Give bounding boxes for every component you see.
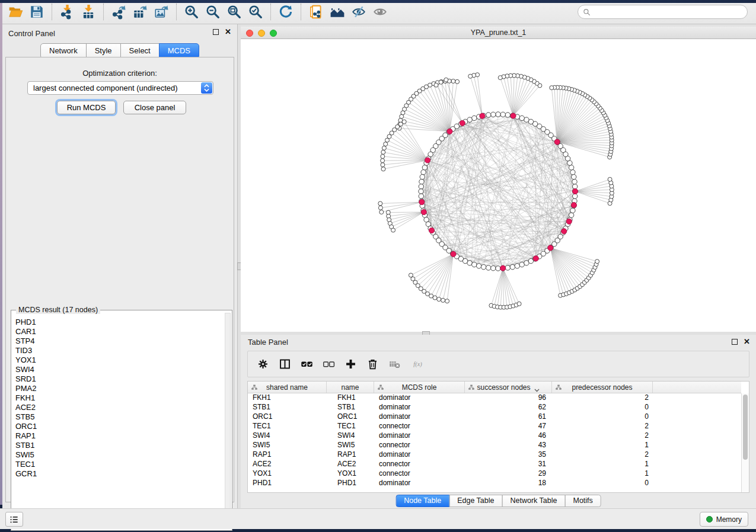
show-panels-button[interactable] [5,512,23,527]
tab-network-table[interactable]: Network Table [502,495,566,507]
table-row[interactable]: FKH1FKH1dominator962 [248,393,741,403]
tab-edge-table[interactable]: Edge Table [449,495,502,507]
table-row[interactable]: STB1STB1dominator620 [248,403,741,412]
refresh-button[interactable] [275,2,296,21]
tab-motifs[interactable]: Motifs [564,495,601,507]
mcds-result-item[interactable]: STB1 [15,441,224,450]
open-file-button[interactable] [5,2,26,21]
column-type-icon [555,384,562,391]
unselect-all-button[interactable] [321,357,336,372]
float-panel-icon[interactable] [213,29,219,35]
cell-successor-nodes: 43 [465,441,552,450]
save-session-button[interactable] [26,2,47,21]
mcds-result-item[interactable]: STB5 [15,412,224,422]
function-builder-button: f(x) [409,357,429,372]
export-table-button[interactable] [129,2,151,21]
mcds-result-item[interactable]: ORC1 [15,422,224,431]
zoom-selected-button[interactable] [245,2,266,21]
export-table-icon [132,4,148,20]
mcds-result-item[interactable]: FKH1 [15,393,224,403]
mcds-result-item[interactable]: CAR1 [15,327,224,336]
go-home-button[interactable] [327,2,348,21]
float-table-panel-icon[interactable] [732,339,738,345]
search-icon [583,8,591,16]
network-view-window: YPA_prune.txt_1 [241,27,756,332]
search-box[interactable] [578,5,748,19]
tab-node-table[interactable]: Node Table [395,495,449,507]
network-canvas[interactable] [241,39,756,332]
select-stepper-icon [201,82,212,94]
mcds-result-item[interactable]: PMA2 [15,384,224,393]
show-graphics-details-button[interactable] [369,2,391,21]
cell-shared-name: PHD1 [248,479,327,488]
column-header-name[interactable]: name [327,382,374,393]
toolbar-icon-strip [5,2,391,21]
show-graphics-details-icon [372,4,388,20]
scrollbar-thumb[interactable] [743,395,748,460]
node-table-scrollbar[interactable] [741,393,749,492]
mcds-result-scrollbar[interactable] [225,313,231,529]
export-image-button[interactable] [151,2,172,21]
mcds-result-item[interactable]: YOX1 [15,355,224,365]
table-settings-button[interactable] [255,357,270,372]
mcds-result-item[interactable]: SWI5 [15,450,224,460]
hide-labels-button[interactable] [348,2,369,21]
mcds-result-item[interactable]: RAP1 [15,431,224,441]
cell-name: SWI5 [327,441,374,450]
table-row[interactable]: ACE2ACE2connector311 [248,460,741,469]
table-row[interactable]: SWI5SWI5connector431 [248,441,741,450]
cell-MCDS-role: connector [374,422,465,431]
cell-name: ACE2 [327,460,374,469]
mcds-result-item[interactable]: GCR1 [15,469,224,479]
control-panel-title: Control Panel [8,29,55,38]
cell-successor-nodes: 47 [465,422,552,431]
column-header-MCDS-role[interactable]: MCDS role [374,382,465,393]
add-column-button[interactable] [343,357,358,372]
mcds-result-item[interactable]: ACE2 [15,403,224,412]
new-network-from-selection-icon [308,4,324,20]
import-network-button[interactable] [56,2,78,21]
cell-predecessor-nodes: 1 [552,469,653,479]
column-header-shared-name[interactable]: shared name [248,382,327,393]
mcds-result-item[interactable]: STP4 [15,336,224,346]
column-header-successor-nodes[interactable]: successor nodes [465,382,552,393]
table-row[interactable]: SWI4SWI4dominator462 [248,431,741,441]
close-panel-button[interactable]: Close panel [123,101,186,114]
search-input[interactable] [594,8,742,16]
cell-MCDS-role: dominator [374,450,465,460]
show-columns-button[interactable] [277,357,292,372]
table-row[interactable]: YOX1YOX1connector291 [248,469,741,479]
mcds-result-item[interactable]: TEC1 [15,460,224,469]
mcds-result-item[interactable]: SRD1 [15,374,224,384]
column-header-predecessor-nodes[interactable]: predecessor nodes [552,382,653,393]
mcds-result-list[interactable]: PHD1CAR1STP4TID3YOX1SWI4SRD1PMA2FKH1ACE2… [12,314,224,530]
new-network-from-selection-button[interactable] [305,2,327,21]
toolbar-separator [270,4,271,20]
cell-predecessor-nodes: 1 [552,441,653,450]
cell-shared-name: STB1 [248,403,327,412]
close-panel-icon[interactable]: ✕ [225,29,231,35]
table-row[interactable]: PHD1PHD1dominator180 [248,479,741,488]
delete-column-button[interactable] [365,357,380,372]
zoom-fit-button[interactable] [224,2,245,21]
import-table-icon [81,4,96,20]
mcds-result-item[interactable]: PHD1 [15,318,224,327]
run-mcds-button[interactable]: Run MCDS [57,101,116,114]
optimization-criterion-select[interactable]: largest connected component (undirected) [27,81,213,95]
optimization-criterion-value: largest connected component (undirected) [33,84,178,92]
mcds-result-box: MCDS result (17 nodes) PHD1CAR1STP4TID3Y… [11,310,232,531]
column-label: name [341,383,359,392]
zoom-in-button[interactable] [181,2,202,21]
zoom-out-button[interactable] [202,2,224,21]
memory-button[interactable]: Memory [700,512,748,527]
export-network-button[interactable] [108,2,129,21]
mcds-result-item[interactable]: TID3 [15,346,224,355]
select-all-button[interactable] [299,357,314,372]
cell-successor-nodes: 46 [465,431,552,441]
import-table-button[interactable] [78,2,99,21]
close-table-panel-icon[interactable]: ✕ [744,339,750,345]
mcds-result-item[interactable]: SWI4 [15,365,224,374]
table-row[interactable]: TEC1TEC1connector472 [248,422,741,431]
table-row[interactable]: RAP1RAP1dominator352 [248,450,741,460]
table-row[interactable]: ORC1ORC1dominator610 [248,412,741,422]
